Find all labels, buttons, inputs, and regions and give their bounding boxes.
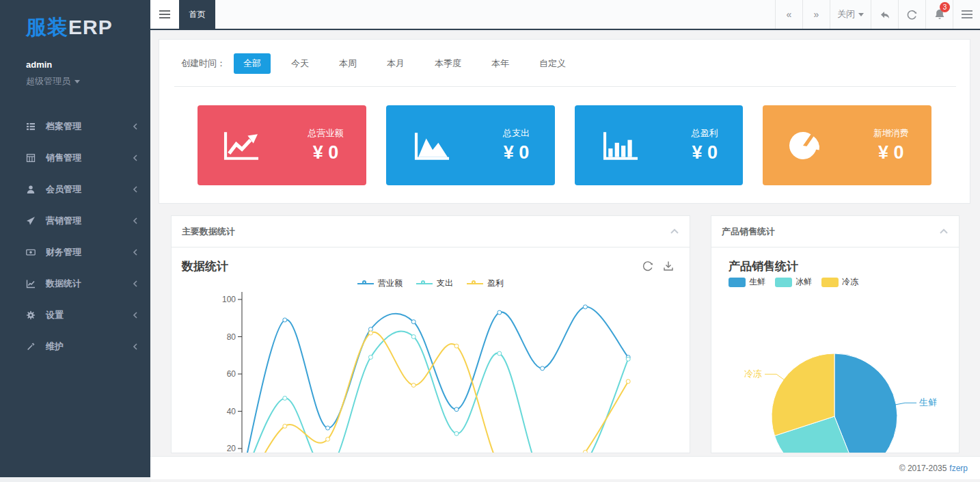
user-role-dropdown[interactable]: 超级管理员 xyxy=(26,75,150,88)
close-tabs-dropdown[interactable]: 关闭 xyxy=(830,0,871,29)
chevron-left-icon xyxy=(133,122,138,131)
username: admin xyxy=(26,59,150,70)
collapse-button[interactable] xyxy=(939,228,949,235)
chevron-up-icon xyxy=(670,228,679,235)
page-footer: © 2017-2035 fzerp xyxy=(150,456,980,479)
maintain-wrench-icon xyxy=(26,342,37,351)
sidebar-item-label: 设置 xyxy=(46,309,133,321)
stat-card-value: ¥ 0 xyxy=(503,142,530,163)
sidebar: 服装ERP admin 超级管理员 档案管理 销售管理 会员管理 营销管理 xyxy=(0,0,150,477)
caret-down-icon xyxy=(74,80,80,83)
filter-option-custom[interactable]: 自定义 xyxy=(530,53,575,74)
filter-cards-panel: 创建时间： 全部 今天 本周 本月 本季度 本年 自定义 总营业额 ¥ 0 xyxy=(159,39,970,204)
main-content: 创建时间： 全部 今天 本周 本月 本季度 本年 自定义 总营业额 ¥ 0 xyxy=(150,31,980,482)
filter-option-quarter[interactable]: 本季度 xyxy=(425,53,471,74)
area-chart-icon xyxy=(411,129,453,162)
brand-en: ERP xyxy=(68,16,113,38)
created-time-filter: 创建时间： 全部 今天 本周 本月 本季度 本年 自定义 xyxy=(159,40,970,74)
undo-button[interactable] xyxy=(871,0,898,29)
sidebar-item-label: 财务管理 xyxy=(46,246,133,258)
tab-home[interactable]: 首页 xyxy=(179,0,215,29)
line-legend-marker xyxy=(467,280,483,287)
chart-toolbox xyxy=(642,260,675,272)
sidebar-item-members[interactable]: 会员管理 xyxy=(0,174,150,205)
sidebar-item-label: 维护 xyxy=(46,340,133,353)
stat-card-label: 总营业额 xyxy=(308,127,344,139)
collapse-button[interactable] xyxy=(670,228,679,235)
undo-icon xyxy=(880,10,890,20)
line-legend-marker xyxy=(357,280,374,287)
svg-text:冷冻: 冷冻 xyxy=(744,369,762,379)
user-role-label: 超级管理员 xyxy=(26,75,70,88)
list-lines-icon xyxy=(962,10,972,18)
notifications-button[interactable]: 3 xyxy=(925,0,953,29)
sidebar-toggle-button[interactable] xyxy=(150,0,179,29)
stat-card-label: 新增消费 xyxy=(873,127,909,139)
chart-refresh-button[interactable] xyxy=(642,260,654,272)
chevron-left-icon xyxy=(133,248,138,256)
line-chart-title: 数据统计 xyxy=(182,258,228,274)
sidebar-menu: 档案管理 销售管理 会员管理 营销管理 财务管理 数据统计 xyxy=(0,111,150,362)
stat-card-expense: 总支出 ¥ 0 xyxy=(386,105,555,185)
sidebar-item-marketing[interactable]: 营销管理 xyxy=(0,205,150,237)
stat-card-value: ¥ 0 xyxy=(308,142,344,163)
pie-chart-title: 产品销售统计 xyxy=(729,258,798,274)
right-sidebar-toggle[interactable] xyxy=(953,0,980,29)
close-tabs-label: 关闭 xyxy=(837,8,855,21)
refresh-button[interactable] xyxy=(898,0,925,29)
sidebar-item-label: 营销管理 xyxy=(46,215,133,227)
bar-chart-icon xyxy=(599,129,642,162)
marketing-send-icon xyxy=(26,216,37,226)
app-logo: 服装ERP xyxy=(0,0,150,42)
chevron-left-icon xyxy=(133,217,138,225)
archive-list-icon xyxy=(26,122,37,131)
filter-option-today[interactable]: 今天 xyxy=(282,53,318,74)
sidebar-item-label: 销售管理 xyxy=(46,152,133,164)
sidebar-item-sales[interactable]: 销售管理 xyxy=(0,142,150,174)
pie-chart[interactable]: 生鲜冷冻 xyxy=(711,279,959,453)
notification-badge: 3 xyxy=(940,2,950,12)
sidebar-item-settings[interactable]: 设置 xyxy=(0,299,150,331)
sales-table-icon xyxy=(26,153,37,163)
stat-card-value: ¥ 0 xyxy=(873,142,909,163)
panel-title: 产品销售统计 xyxy=(722,226,775,238)
refresh-icon xyxy=(906,9,918,21)
footer-link[interactable]: fzerp xyxy=(949,464,968,473)
chart-download-button[interactable] xyxy=(662,260,675,272)
svg-text:80: 80 xyxy=(227,332,236,342)
member-user-icon xyxy=(26,185,37,194)
line-chart[interactable]: 20406080100 xyxy=(219,288,690,453)
filter-option-week[interactable]: 本周 xyxy=(329,53,366,74)
stat-card-label: 总盈利 xyxy=(692,127,718,139)
sidebar-item-label: 数据统计 xyxy=(46,278,133,290)
filter-label: 创建时间： xyxy=(181,57,226,70)
main-data-panel: 主要数据统计 数据统计 营业额 支出 盈利 xyxy=(171,215,690,453)
panel-title: 主要数据统计 xyxy=(182,226,235,238)
tabs-forward-button[interactable]: » xyxy=(802,0,830,29)
filter-option-all[interactable]: 全部 xyxy=(234,53,271,74)
svg-text:40: 40 xyxy=(227,407,236,416)
sidebar-item-label: 档案管理 xyxy=(46,120,133,133)
chevron-left-icon xyxy=(133,154,138,162)
tabs-back-button[interactable]: « xyxy=(775,0,802,29)
stats-chart-icon xyxy=(26,279,37,289)
filter-option-year[interactable]: 本年 xyxy=(482,53,519,74)
caret-down-icon xyxy=(858,13,864,16)
svg-text:生鲜: 生鲜 xyxy=(919,397,937,407)
chevron-left-icon xyxy=(133,343,138,351)
sidebar-item-maintain[interactable]: 维护 xyxy=(0,331,150,362)
finance-money-icon xyxy=(26,247,37,257)
sidebar-item-archive[interactable]: 档案管理 xyxy=(0,111,150,142)
sidebar-item-stats[interactable]: 数据统计 xyxy=(0,268,150,299)
brand-zh: 服装 xyxy=(26,16,68,38)
svg-text:60: 60 xyxy=(227,369,236,379)
line-legend-marker xyxy=(416,280,433,287)
trend-line-icon xyxy=(220,129,262,162)
chevron-left-icon xyxy=(133,311,138,319)
copyright-text: © 2017-2035 xyxy=(899,464,947,473)
settings-gear-icon xyxy=(26,310,37,320)
chevron-up-icon xyxy=(939,228,949,235)
filter-option-month[interactable]: 本月 xyxy=(377,53,414,74)
sidebar-item-finance[interactable]: 财务管理 xyxy=(0,237,150,268)
stat-card-revenue: 总营业额 ¥ 0 xyxy=(198,105,366,185)
